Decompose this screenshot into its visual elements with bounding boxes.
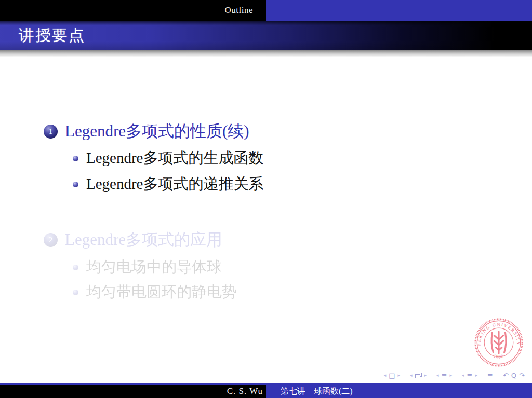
bullet-ball-icon <box>73 182 78 187</box>
footline-lecture-cell: 第七讲 球函数(二) <box>266 385 532 398</box>
headline-right-cell <box>266 0 532 21</box>
nav-section-group: ◂ ≡ ▸ <box>462 372 477 379</box>
frame-title: 讲授要点 <box>19 25 85 46</box>
footline-bar: C. S. Wu 第七讲 球函数(二) <box>0 383 532 398</box>
headline-bar: Outline <box>0 0 532 21</box>
seal-emblem-icon <box>491 332 506 353</box>
enumerate-ball-2-icon: 2 <box>44 233 58 247</box>
go-back-icon[interactable]: ↶ <box>503 372 509 379</box>
outline-subitem-2-1[interactable]: 均匀电场中的导体球 <box>73 257 222 278</box>
frames-icon[interactable] <box>415 373 422 378</box>
outline-subitem-title: 均匀电场中的导体球 <box>86 257 222 278</box>
outline-item-title: Legendre多项式的性质(续) <box>65 120 249 142</box>
search-icon[interactable]: Q <box>511 372 516 379</box>
next-subsection-icon[interactable]: ▸ <box>450 373 453 378</box>
enumerate-number: 2 <box>49 236 53 244</box>
author-name: C. S. Wu <box>227 386 266 396</box>
go-forward-icon[interactable]: ↷ <box>519 372 525 379</box>
prev-frame-icon[interactable]: ◂ <box>410 373 413 378</box>
bullet-ball-icon <box>73 265 78 270</box>
outline-subitem-1-1[interactable]: Legendre多项式的生成函数 <box>73 148 264 169</box>
subsection-icon[interactable]: ≡ <box>442 372 447 379</box>
seal-svg: PEKING UNIVERSITY 1898 <box>474 318 524 367</box>
bullet-ball-icon <box>73 290 78 295</box>
next-section-icon[interactable]: ▸ <box>475 373 478 378</box>
slide-icon[interactable]: □ <box>389 372 395 379</box>
outline-subitem-title: Legendre多项式的生成函数 <box>86 148 264 169</box>
slide-page: Outline 讲授要点 1 Legendre多项式的性质(续) Legendr… <box>0 0 532 398</box>
next-frame-icon[interactable]: ▸ <box>424 373 427 378</box>
outline-item-title: Legendre多项式的应用 <box>65 229 222 251</box>
section-link-outline[interactable]: Outline <box>0 0 253 21</box>
enumerate-number: 1 <box>49 127 53 136</box>
outline-subitem-2-2[interactable]: 均匀带电圆环的静电势 <box>73 282 237 303</box>
outline-subitem-title: Legendre多项式的递推关系 <box>86 174 264 195</box>
appendix-icon[interactable]: ≡ <box>487 372 493 379</box>
nav-subsection-group: ◂ ≡ ▸ <box>436 372 452 379</box>
outline-subitem-1-2[interactable]: Legendre多项式的递推关系 <box>73 174 264 195</box>
outline-subitem-title: 均匀带电圆环的静电势 <box>86 282 237 303</box>
enumerate-ball-1-icon: 1 <box>44 125 58 139</box>
footline-author-cell: C. S. Wu <box>0 385 266 398</box>
prev-slide-icon[interactable]: ◂ <box>384 373 387 378</box>
section-icon[interactable]: ≡ <box>467 372 473 379</box>
university-seal-logo: PEKING UNIVERSITY 1898 <box>474 318 524 367</box>
outline-item-1[interactable]: 1 Legendre多项式的性质(续) <box>44 121 249 142</box>
nav-frame-group: ◂ ▸ <box>410 373 427 378</box>
prev-subsection-icon[interactable]: ◂ <box>436 373 439 378</box>
prev-section-icon[interactable]: ◂ <box>462 373 464 378</box>
nav-slide-group: ◂ □ ▸ <box>384 372 400 379</box>
nav-appendix-group: ≡ <box>487 372 493 379</box>
frametitle-shadow <box>0 50 532 57</box>
outline-item-2[interactable]: 2 Legendre多项式的应用 <box>44 229 222 250</box>
frametitle-bar: 讲授要点 <box>0 21 532 50</box>
bullet-ball-icon <box>73 156 78 161</box>
navigation-symbols: ◂ □ ▸ ◂ ▸ ◂ ≡ ▸ ◂ ≡ ▸ ≡ ↶ Q ↷ <box>384 370 525 380</box>
nav-history-group: ↶ Q ↷ <box>503 372 525 379</box>
next-slide-icon[interactable]: ▸ <box>398 373 401 378</box>
lecture-title: 第七讲 球函数(二) <box>266 386 353 397</box>
